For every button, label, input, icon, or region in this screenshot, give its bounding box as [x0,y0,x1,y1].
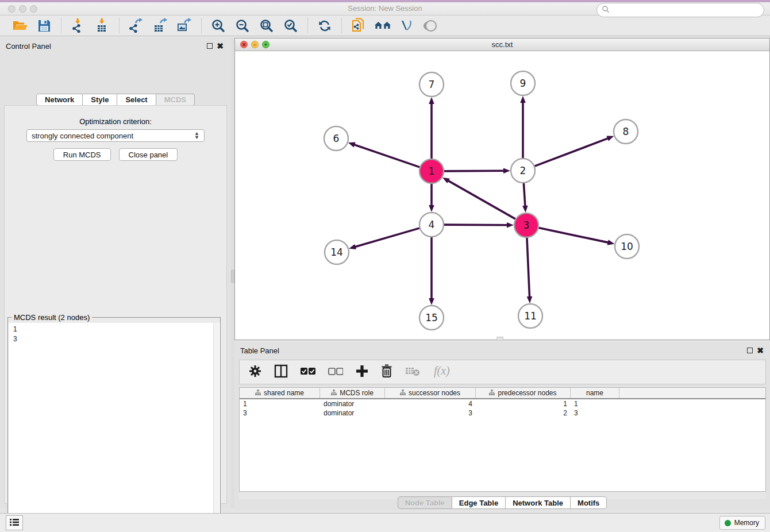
tab-motifs[interactable]: Motifs [571,496,607,509]
table-cell[interactable]: 1 [476,399,571,408]
run-mcds-button[interactable]: Run MCDS [53,148,111,161]
graph-arrowhead [442,178,450,183]
deselect-all-icon [328,367,343,377]
tab-edge-table[interactable]: Edge Table [452,496,506,509]
export-image-button[interactable] [176,18,193,34]
table-cell[interactable]: dominator [320,399,385,408]
search-field[interactable] [596,3,764,17]
graph-arrowhead [348,142,356,148]
table-header-row: shared nameMCDS rolesuccessor nodesprede… [240,388,765,399]
graph-edge-3-10[interactable] [539,228,609,243]
refresh-button[interactable] [316,18,333,34]
select-stepper-icon: ▲▼ [194,132,199,140]
column-header-successor-nodes[interactable]: successor nodes [385,388,476,398]
open-folder-button[interactable] [11,18,29,34]
tab-style[interactable]: Style [83,94,117,106]
network-resize-grip[interactable] [496,337,503,341]
graph-arrowhead [429,205,434,212]
graph-node-label-1: 1 [429,165,435,177]
zoom-selected-button[interactable] [282,18,299,34]
graph-edge-1-2[interactable] [444,171,505,171]
home-button[interactable] [374,18,391,34]
toolbar-separator [307,18,308,33]
save-button[interactable] [36,18,53,34]
graph-edge-2-3[interactable] [523,183,525,207]
table-cell[interactable]: 1 [240,399,320,408]
mcds-panel: Optimization criterion: strongly connect… [4,105,227,504]
import-network-button[interactable] [70,18,87,34]
column-header-predecessor-nodes[interactable]: predecessor nodes [476,388,571,398]
table-cell[interactable]: 3 [240,408,320,418]
memory-button[interactable]: Memory [719,516,765,530]
float-icon[interactable] [747,348,753,353]
zoom-out-button[interactable] [234,18,251,34]
table-cell[interactable]: dominator [320,408,385,418]
tab-network[interactable]: Network [36,94,83,106]
trash-button[interactable] [381,364,392,380]
main-toolbar [0,16,770,36]
export-network-button[interactable] [128,18,145,34]
column-header-name[interactable]: name [571,388,619,398]
eye-button[interactable] [422,18,440,34]
zoom-in-button[interactable] [210,18,227,34]
close-icon[interactable]: ✖ [757,346,764,355]
float-icon[interactable] [207,43,213,49]
tab-mcds[interactable]: MCDS [156,94,195,106]
add-button[interactable] [356,365,368,379]
node-table[interactable]: shared nameMCDS rolesuccessor nodesprede… [239,387,766,492]
column-header-shared-name[interactable]: shared name [240,388,320,398]
graph-edge-1-6[interactable] [353,144,419,167]
graph-arrowhead [429,97,434,104]
column-label: MCDS role [340,389,374,397]
result-scrollbar[interactable] [213,323,220,532]
task-history-button[interactable] [6,515,23,530]
mcds-result-text[interactable]: 1 3 [9,323,220,532]
graph-edge-3-11[interactable] [527,238,530,298]
graph-edge-4-14[interactable] [355,228,419,247]
refresh-icon [317,18,332,33]
criterion-select[interactable]: strongly connected component ▲▼ [26,129,205,142]
table-cell[interactable]: 2 [476,408,571,418]
open-folder-icon [13,19,28,33]
table-cell[interactable]: 3 [385,408,476,418]
column-header-MCDS-role[interactable]: MCDS role [320,388,385,398]
graph-edge-2-8[interactable] [535,138,609,166]
network-canvas[interactable]: 7968124314101511 [235,51,769,340]
graph-node-label-6: 6 [333,133,340,144]
table-cell[interactable]: 1 [571,399,619,408]
graph-arrowhead [503,168,510,174]
close-icon[interactable]: ✖ [217,41,224,51]
column-label: name [586,389,603,397]
mcds-result-legend: MCDS result (2 nodes) [11,313,92,322]
search-input[interactable] [610,6,764,14]
deselect-all-button[interactable] [328,367,343,377]
table-cell[interactable]: 4 [385,399,476,408]
graph-node-label-10: 10 [621,241,633,252]
select-all-button[interactable] [301,367,315,377]
table-cell[interactable]: 3 [571,408,619,418]
tab-network-table[interactable]: Network Table [506,496,571,509]
search-icon [602,5,610,15]
graph-arrowhead [522,206,528,213]
mcds-result-group: MCDS result (2 nodes) 1 3 [7,317,221,532]
vizmapper-icon [399,18,414,33]
graph-node-label-9: 9 [520,78,526,89]
tab-node-table[interactable]: Node Table [398,496,452,509]
close-panel-button[interactable]: Close panel [119,148,178,161]
network-window-titlebar[interactable]: ✕ − + scc.txt [235,38,769,51]
gear-button[interactable] [249,365,261,379]
column-label: successor nodes [409,389,460,397]
vizmapper-button[interactable] [398,18,415,34]
table-row[interactable]: 1dominator411 [240,399,765,408]
graph-edge-4-3[interactable] [444,225,508,225]
graph-edge-3-1[interactable] [448,180,515,219]
table-row[interactable]: 3dominator323 [240,408,765,418]
import-table-button[interactable] [94,18,111,34]
zoom-fit-button[interactable] [258,18,275,34]
export-table-button[interactable] [152,18,169,34]
graph-arrowhead [527,296,533,303]
tree-sort-icon [400,389,406,397]
tab-select[interactable]: Select [117,94,156,106]
share-document-button[interactable] [350,18,367,34]
columns-button[interactable] [274,364,288,380]
